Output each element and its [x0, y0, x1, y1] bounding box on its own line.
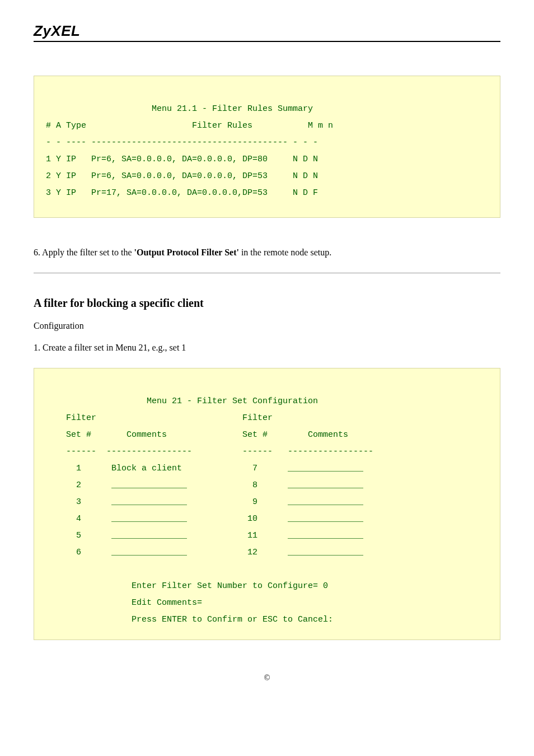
section-divider	[34, 273, 500, 273]
section-heading: A filter for blocking a specific client	[34, 297, 500, 310]
configuration-label: Configuration	[34, 321, 500, 331]
term2-hdr2: Set # Comments Set # Comments	[41, 430, 348, 440]
term1-sep: - - ---- -------------------------------…	[41, 138, 318, 147]
term2-row6: 6 _______________ 12 _______________	[41, 548, 363, 557]
step-6: 6. Apply the filter set to the 'Output P…	[34, 246, 500, 259]
term1-row2: 2 Y IP Pr=6, SA=0.0.0.0, DA=0.0.0.0, DP=…	[41, 171, 318, 181]
step-6-bold: 'Output Protocol Filter Set'	[134, 248, 239, 257]
term2-p2: Edit Comments=	[41, 598, 202, 608]
step-6-post: in the remote node setup.	[239, 248, 331, 257]
terminal-filter-set-config: Menu 21 - Filter Set Configuration Filte…	[34, 368, 500, 640]
term1-title: Menu 21.1 - Filter Rules Summary	[41, 104, 313, 114]
term2-row5: 5 _______________ 11 _______________	[41, 531, 363, 540]
term2-row3: 3 _______________ 9 _______________	[41, 497, 363, 507]
terminal-filter-rules-summary: Menu 21.1 - Filter Rules Summary # A Typ…	[34, 76, 500, 218]
brand-logo: ZyXEL	[34, 22, 500, 41]
term1-header: # A Type Filter Rules M m n	[41, 121, 333, 130]
header-rule	[34, 41, 500, 42]
term2-hdr1: Filter Filter	[41, 413, 273, 423]
term2-p3: Press ENTER to Confirm or ESC to Cancel:	[41, 615, 333, 624]
step-1: 1. Create a filter set in Menu 21, e.g.,…	[34, 341, 500, 354]
term1-row3: 3 Y IP Pr=17, SA=0.0.0.0, DA=0.0.0.0,DP=…	[41, 188, 318, 198]
term2-row2: 2 _______________ 8 _______________	[41, 480, 363, 490]
term2-p1: Enter Filter Set Number to Configure= 0	[41, 581, 328, 591]
step-6-pre: 6. Apply the filter set to the	[34, 248, 134, 257]
copyright: ©	[34, 674, 500, 683]
term2-title: Menu 21 - Filter Set Configuration	[41, 396, 318, 406]
term2-sep: ------ ----------------- ------ --------…	[41, 447, 373, 456]
term2-row1: 1 Block a client 7 _______________	[41, 464, 363, 473]
term2-row4: 4 _______________ 10 _______________	[41, 514, 363, 524]
term1-row1: 1 Y IP Pr=6, SA=0.0.0.0, DA=0.0.0.0, DP=…	[41, 155, 318, 164]
